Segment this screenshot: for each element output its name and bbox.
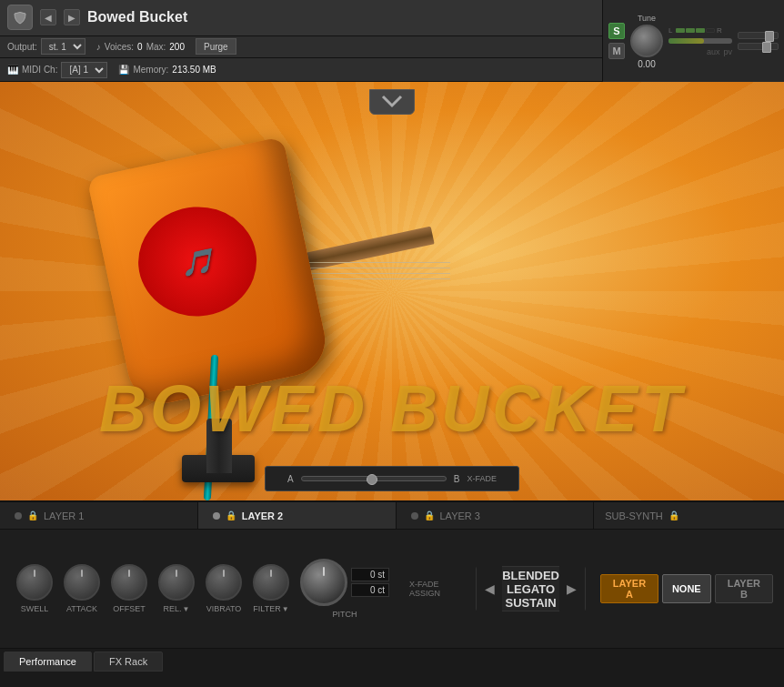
layer1-label: LAYER 1 xyxy=(44,510,84,521)
voices-icon: ♪ xyxy=(96,42,101,52)
rel-label-group: REL. ▼ xyxy=(164,604,190,613)
max-value: 200 xyxy=(169,42,185,52)
xfade-a-label: A xyxy=(287,474,294,484)
aux-label: aux xyxy=(707,47,720,56)
output-group: Output: st. 1 xyxy=(7,38,85,55)
attack-label: ATTACK xyxy=(66,604,97,613)
memory-group: 💾 Memory: 213.50 MB xyxy=(118,65,216,75)
pitch-knob[interactable] xyxy=(300,559,347,606)
rel-knob-group: REL. ▼ xyxy=(158,564,195,613)
attack-knob[interactable] xyxy=(64,564,100,601)
swell-knob-group: SWELL xyxy=(16,564,53,613)
main-title-overlay: BOWED BUCKET xyxy=(0,371,784,446)
memory-icon: 💾 xyxy=(118,65,129,75)
layer2-dot xyxy=(213,512,220,520)
tune-value: 0.00 xyxy=(638,59,655,69)
filter-knob-group: FILTER ▼ xyxy=(253,564,289,613)
level-slider-1[interactable] xyxy=(738,32,779,39)
xfade-label: X-FADE xyxy=(467,474,497,483)
footer: Performance FX Rack xyxy=(0,648,784,673)
xfade-assign-section: X-FADE ASSIGN xyxy=(409,580,468,598)
prev-arrow-button[interactable]: ◀ xyxy=(40,9,56,25)
xfade-thumb[interactable] xyxy=(367,474,377,485)
subsynth-lock-icon: 🔒 xyxy=(668,510,679,520)
max-label: Max: xyxy=(146,42,166,52)
layer-b-button[interactable]: LAYER B xyxy=(715,574,773,603)
offset-label: OFFSET xyxy=(113,604,146,613)
s-button[interactable]: S xyxy=(608,23,625,39)
vibrato-knob-group: VIBRATO xyxy=(206,564,242,613)
level-slider-2[interactable] xyxy=(738,43,779,50)
layer3-dot xyxy=(411,512,418,520)
layer2-label: LAYER 2 xyxy=(242,510,283,521)
subsynth-label: SUB-SYNTH xyxy=(605,510,663,521)
tune-area: Tune 0.00 xyxy=(630,14,663,69)
sm-buttons: S M xyxy=(608,23,625,59)
midi-dropdown[interactable]: [A] 1 xyxy=(61,62,107,78)
tune-label: Tune xyxy=(638,14,656,23)
vibrato-label: VIBRATO xyxy=(206,604,242,613)
legato-section: ◀ BLENDED LEGATO SUSTAIN ▶ xyxy=(476,566,586,611)
rel-knob[interactable] xyxy=(158,564,195,601)
xfade-assign-label: X-FADE ASSIGN xyxy=(409,580,468,598)
voices-group: ♪ Voices: 0 Max: 200 xyxy=(96,42,185,52)
strings xyxy=(291,257,455,289)
layer-a-button[interactable]: LAYER A xyxy=(600,574,658,603)
legato-label: BLENDED LEGATO SUSTAIN xyxy=(502,569,559,610)
offset-knob[interactable] xyxy=(111,564,147,601)
pitch-st-value: 0 st xyxy=(351,568,389,581)
memory-value: 213.50 MB xyxy=(172,65,216,75)
layer1-tab[interactable]: 🔒 LAYER 1 xyxy=(0,502,198,529)
swell-label: SWELL xyxy=(21,604,49,613)
voices-label: Voices: xyxy=(105,42,134,52)
xfade-track[interactable] xyxy=(301,476,447,481)
logo-button[interactable] xyxy=(7,5,33,30)
midi-icon: 🎹 xyxy=(7,65,18,75)
memory-label: Memory: xyxy=(133,65,168,75)
layer3-label: LAYER 3 xyxy=(440,510,480,521)
pv-label: pv xyxy=(723,47,732,56)
tune-knob[interactable] xyxy=(630,25,663,57)
output-label: Output: xyxy=(7,42,37,52)
next-arrow-button[interactable]: ▶ xyxy=(64,9,80,25)
layer1-dot xyxy=(15,512,22,520)
bucket-label: 🎵 xyxy=(135,203,260,320)
rel-label: REL. xyxy=(164,604,182,613)
layer-assign-buttons: LAYER A NONE LAYER B xyxy=(600,574,773,603)
xfade-b-label: B xyxy=(454,474,460,484)
legato-prev-button[interactable]: ◀ xyxy=(477,566,502,611)
header-bar: ◀ ▶ Bowed Bucket 📷 i Output: st. 1 ♪ Voi… xyxy=(0,0,784,82)
bottom-controls: SWELL ATTACK OFFSET REL. ▼ VIBRATO xyxy=(0,530,784,648)
legato-next-button[interactable]: ▶ xyxy=(559,566,585,611)
performance-tab[interactable]: Performance xyxy=(4,652,92,672)
m-button[interactable]: M xyxy=(608,43,625,59)
voices-value: 0 xyxy=(137,42,143,52)
midi-label: MIDI Ch: xyxy=(22,65,57,75)
layer-none-button[interactable]: NONE xyxy=(662,574,711,603)
swell-knob[interactable] xyxy=(16,564,53,601)
bucket-body: 🎵 xyxy=(86,136,331,409)
offset-knob-group: OFFSET xyxy=(111,564,147,613)
midi-group: 🎹 MIDI Ch: [A] 1 xyxy=(7,62,107,78)
xfade-bar: A B X-FADE xyxy=(265,466,519,491)
filter-knob[interactable] xyxy=(253,564,289,601)
layer2-tab[interactable]: 🔒 LAYER 2 xyxy=(198,502,397,529)
filter-label-group: FILTER ▼ xyxy=(253,604,288,613)
attack-knob-group: ATTACK xyxy=(64,564,100,613)
output-dropdown[interactable]: st. 1 xyxy=(41,38,85,55)
pitch-display: 0 st 0 ct xyxy=(351,568,389,597)
layer3-tab[interactable]: 🔒 LAYER 3 xyxy=(397,502,595,529)
layer-tabs: 🔒 LAYER 1 🔒 LAYER 2 🔒 LAYER 3 SUB-SYNTH … xyxy=(0,500,784,530)
rel-arrow-icon: ▼ xyxy=(183,605,190,613)
main-image-area: 🎵 BOWED BUCKET A B X-FADE xyxy=(0,82,784,500)
pitch-knob-group: 0 st 0 ct PITCH xyxy=(300,559,389,619)
filter-label: FILTER xyxy=(253,604,280,613)
purge-button[interactable]: Purge xyxy=(196,38,236,55)
subsynth-tab[interactable]: SUB-SYNTH 🔒 xyxy=(594,502,784,529)
layer1-lock-icon: 🔒 xyxy=(27,510,38,520)
filter-arrow-icon: ▼ xyxy=(282,605,289,613)
pitch-oct-value: 0 ct xyxy=(351,583,389,597)
layer2-lock-icon: 🔒 xyxy=(226,510,236,520)
vibrato-knob[interactable] xyxy=(206,564,242,601)
fx-rack-tab[interactable]: FX Rack xyxy=(94,652,163,672)
